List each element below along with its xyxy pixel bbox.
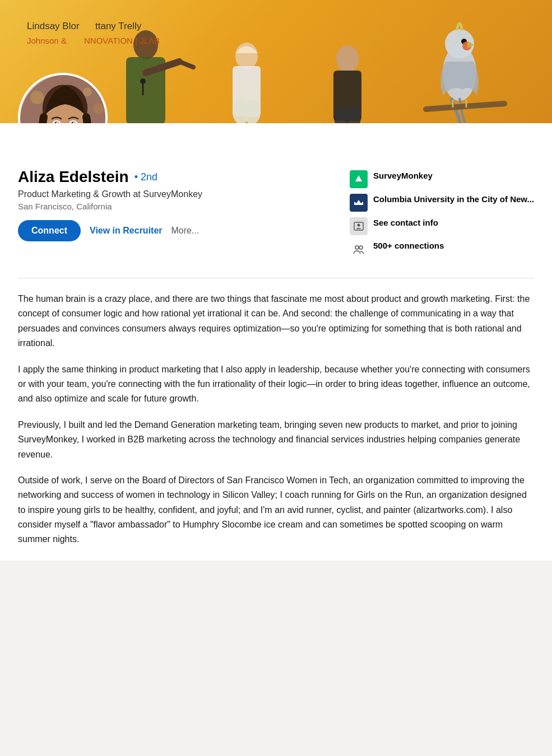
profile-right: SurveyMonkey Columbia University in the … <box>350 168 534 264</box>
about-paragraph-2: I apply the same thinking in product mar… <box>18 362 534 407</box>
profile-left: Aliza Edelstein • 2nd Product Marketing … <box>18 168 350 241</box>
action-row: Connect View in Recruiter More... <box>18 220 327 241</box>
connections-icon <box>350 241 368 259</box>
about-text: The human brain is a crazy place, and th… <box>18 292 534 547</box>
company-item[interactable]: SurveyMonkey <box>350 170 534 188</box>
about-paragraph-1: The human brain is a crazy place, and th… <box>18 292 534 351</box>
svg-text:Lindsay Blor: Lindsay Blor <box>27 21 80 31</box>
svg-point-9 <box>244 100 261 123</box>
svg-text:NNOVATION | JLAB: NNOVATION | JLAB <box>84 36 160 45</box>
about-paragraph-3: Previously, I built and led the Demand G… <box>18 418 534 462</box>
view-in-recruiter-button[interactable]: View in Recruiter <box>90 226 163 236</box>
school-item[interactable]: Columbia University in the City of New..… <box>350 194 534 212</box>
svg-point-10 <box>336 45 359 72</box>
profile-headline: Product Marketing & Growth at SurveyMonk… <box>18 189 327 199</box>
about-paragraph-4: Outside of work, I serve on the Board of… <box>18 473 534 547</box>
connect-button[interactable]: Connect <box>18 220 81 241</box>
banner: Lindsay Blor ttany Trelly Johnson & NNOV… <box>0 0 552 123</box>
school-label: Columbia University in the City of New..… <box>373 194 534 205</box>
contact-icon <box>350 217 368 235</box>
profile-location: San Francisco, California <box>18 202 327 211</box>
svg-text:ttany Trelly: ttany Trelly <box>95 21 142 31</box>
svg-point-27 <box>83 87 92 96</box>
svg-point-42 <box>355 246 359 249</box>
columbia-icon <box>350 194 368 212</box>
profile-card: Lindsay Blor ttany Trelly Johnson & NNOV… <box>0 0 552 561</box>
name-row: Aliza Edelstein • 2nd <box>18 168 327 186</box>
profile-info-section: Aliza Edelstein • 2nd Product Marketing … <box>0 123 552 278</box>
connections-label: 500+ connections <box>373 241 444 250</box>
profile-name: Aliza Edelstein <box>18 168 129 186</box>
contact-info-item[interactable]: See contact info <box>350 217 534 235</box>
surveymonkey-icon <box>350 170 368 188</box>
svg-text:Johnson &: Johnson & <box>27 36 67 45</box>
svg-point-41 <box>358 224 360 227</box>
svg-point-28 <box>93 103 104 114</box>
svg-point-26 <box>30 91 44 104</box>
connections-item[interactable]: 500+ connections <box>350 241 534 259</box>
degree-badge: • 2nd <box>134 171 157 183</box>
svg-point-43 <box>359 246 363 249</box>
svg-line-3 <box>179 62 193 67</box>
about-section: The human brain is a crazy place, and th… <box>0 278 552 561</box>
contact-label: See contact info <box>373 217 438 228</box>
profile-main-row: Aliza Edelstein • 2nd Product Marketing … <box>18 168 534 264</box>
svg-line-18 <box>426 104 504 109</box>
company-label: SurveyMonkey <box>373 170 433 181</box>
more-button[interactable]: More... <box>171 226 200 236</box>
